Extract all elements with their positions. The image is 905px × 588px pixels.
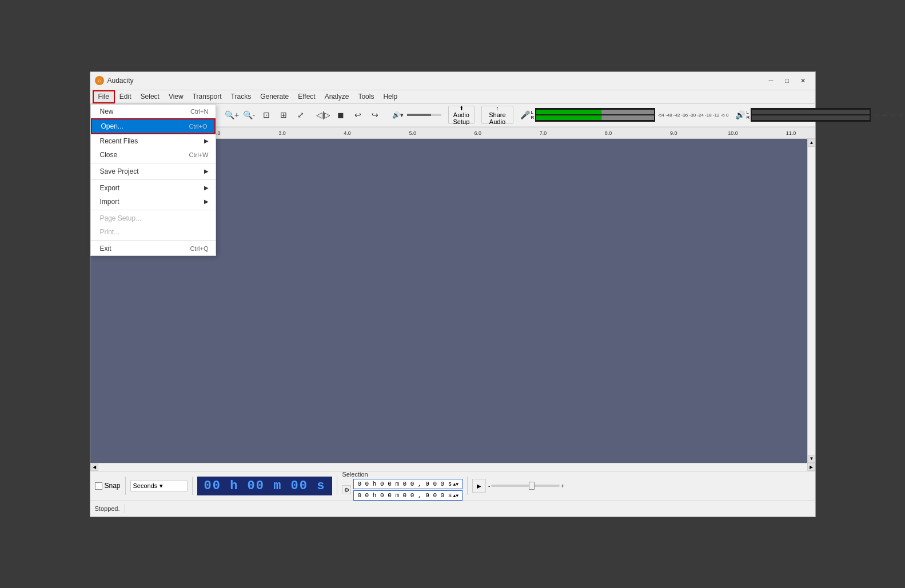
fit-selection-button[interactable]: ⊡ (258, 107, 274, 123)
menu-view[interactable]: View (164, 90, 188, 103)
vertical-scrollbar[interactable]: ▲ ▼ (807, 139, 815, 463)
output-volume-slider[interactable] (407, 114, 441, 116)
menu-open[interactable]: Open... Ctrl+O (91, 118, 216, 134)
selection-label: Selection (342, 471, 463, 478)
menu-transport[interactable]: Transport (188, 90, 226, 103)
edit-controls: ◁|▷ ◼ ↩ ↪ (316, 107, 383, 123)
zoom-in-button[interactable]: 🔍+ (224, 107, 240, 123)
seconds-dropdown-arrow: ▾ (160, 482, 163, 490)
menu-close[interactable]: Close Ctrl+W (91, 148, 216, 162)
scroll-right-arrow[interactable]: ▶ (807, 463, 815, 471)
input-meter-icon: 🎤 (520, 110, 530, 119)
scroll-track[interactable] (808, 147, 815, 455)
output-vu-l (752, 110, 870, 114)
menu-analyze[interactable]: Analyze (320, 90, 354, 103)
selection-area: Selection ⚙ 0 0 h 0 0 m 0 0 , 0 0 0 s ▲▼… (342, 471, 463, 501)
fit-project-button[interactable]: ⊞ (276, 107, 292, 123)
menu-export[interactable]: Export ▶ (91, 181, 216, 195)
audio-setup-button[interactable]: ⬆ Audio Setup (448, 106, 475, 124)
output-vu-r (752, 115, 870, 120)
menu-file[interactable]: File (93, 90, 115, 103)
menu-import[interactable]: Import ▶ (91, 195, 216, 209)
play-at-speed-button[interactable]: ▶ (472, 479, 486, 493)
menu-exit-label: Exit (100, 245, 111, 253)
menu-save-project[interactable]: Save Project ▶ (91, 165, 216, 178)
menu-generate[interactable]: Generate (256, 90, 293, 103)
separator-4 (91, 240, 216, 241)
menu-recent-files[interactable]: Recent Files ▶ (91, 134, 216, 148)
maximize-button[interactable]: □ (780, 75, 795, 86)
menu-select[interactable]: Select (136, 90, 164, 103)
menu-open-shortcut: Ctrl+O (189, 123, 207, 130)
input-r-label: R (531, 115, 535, 120)
menu-new[interactable]: New Ctrl+N (91, 105, 216, 118)
snap-label: Snap (105, 482, 121, 490)
import-arrow: ▶ (204, 198, 209, 205)
scroll-up-arrow[interactable]: ▲ (808, 139, 815, 147)
selection-settings-button[interactable]: ⚙ (342, 485, 351, 494)
title-bar-left: ♫ Audacity (95, 76, 134, 85)
ruler-tick-6: 6.0 (475, 130, 482, 136)
menu-print-label: Print... (100, 228, 120, 236)
menu-close-label: Close (100, 151, 118, 159)
input-meter-section: 🎤 L R (520, 108, 656, 122)
audio-setup-icon: ⬆ (459, 105, 464, 111)
snap-checkbox[interactable] (95, 482, 102, 490)
sep-seconds (192, 477, 193, 495)
silence-button[interactable]: ◼ (333, 107, 349, 123)
menu-recent-files-label: Recent Files (100, 137, 138, 145)
output-r-label: R (746, 115, 749, 120)
menu-tracks[interactable]: Tracks (226, 90, 256, 103)
menu-effect[interactable]: Effect (293, 90, 320, 103)
close-button[interactable]: ✕ (796, 75, 811, 86)
speed-slider-thumb[interactable] (529, 482, 535, 490)
ruler-tick-9: 9.0 (670, 130, 677, 136)
selection-end-display[interactable]: 0 0 h 0 0 m 0 0 , 0 0 0 s ▲▼ (353, 490, 463, 501)
status-divider (125, 504, 125, 513)
status-bar: Stopped. (90, 501, 815, 517)
minimize-button[interactable]: ─ (764, 75, 779, 86)
audacity-icon: ♫ (95, 76, 104, 85)
seconds-dropdown[interactable]: Seconds ▾ (130, 481, 188, 491)
zoom-toggle-button[interactable]: ⤢ (293, 107, 309, 123)
selection-end-value: 0 0 h 0 0 m 0 0 , 0 0 0 s (357, 492, 452, 499)
horizontal-scrollbar[interactable]: ◀ ▶ (90, 463, 815, 471)
ruler-tick-3: 3.0 (278, 130, 286, 136)
audio-setup-label: Audio Setup (453, 111, 470, 125)
save-project-arrow: ▶ (204, 168, 209, 174)
output-lr-labels: L R (746, 110, 749, 120)
audacity-window: ♫ Audacity ─ □ ✕ File Edit Select View T… (90, 71, 816, 517)
menu-help[interactable]: Help (378, 90, 402, 103)
speed-minus-label: - (488, 483, 490, 489)
input-l-label: L (531, 110, 535, 115)
menu-edit[interactable]: Edit (115, 90, 136, 103)
menu-save-project-label: Save Project (100, 167, 139, 175)
input-vu-meter[interactable] (535, 108, 655, 122)
separator-3 (91, 210, 216, 210)
input-scale-labels: -54 -48 -42 -36 -30 -24 -18 -12 -6 0 (657, 113, 728, 118)
window-title: Audacity (107, 77, 134, 85)
ruler-tick-10: 10.0 (728, 130, 738, 136)
menu-export-label: Export (100, 184, 120, 192)
output-meter-section: 🔊 L R (735, 108, 871, 122)
share-audio-button[interactable]: ↑ Share Audio (481, 106, 513, 124)
sep-snap (125, 477, 126, 495)
selection-end-spinner[interactable]: ▲▼ (453, 493, 459, 498)
speed-plus-label: + (561, 483, 564, 489)
trim-button[interactable]: ◁|▷ (316, 107, 332, 123)
scroll-left-arrow[interactable]: ◀ (90, 463, 98, 471)
selection-start-spinner[interactable]: ▲▼ (453, 482, 459, 487)
menu-exit[interactable]: Exit Ctrl+Q (91, 242, 216, 255)
scroll-down-arrow[interactable]: ▼ (808, 455, 815, 463)
redo-button[interactable]: ↪ (367, 107, 383, 123)
speed-slider-track[interactable] (491, 485, 560, 487)
output-vu-meter[interactable] (751, 108, 871, 122)
menu-tools[interactable]: Tools (353, 90, 378, 103)
undo-button[interactable]: ↩ (350, 107, 366, 123)
selection-start-display[interactable]: 0 0 h 0 0 m 0 0 , 0 0 0 s ▲▼ (353, 479, 463, 489)
output-volume-button[interactable]: 🔊▾ (390, 107, 406, 123)
speed-slider[interactable]: - + (488, 483, 564, 489)
selection-time-row: ⚙ 0 0 h 0 0 m 0 0 , 0 0 0 s ▲▼ 0 0 h 0 0… (342, 479, 463, 501)
zoom-out-button[interactable]: 🔍- (241, 107, 257, 123)
export-arrow: ▶ (204, 185, 209, 191)
